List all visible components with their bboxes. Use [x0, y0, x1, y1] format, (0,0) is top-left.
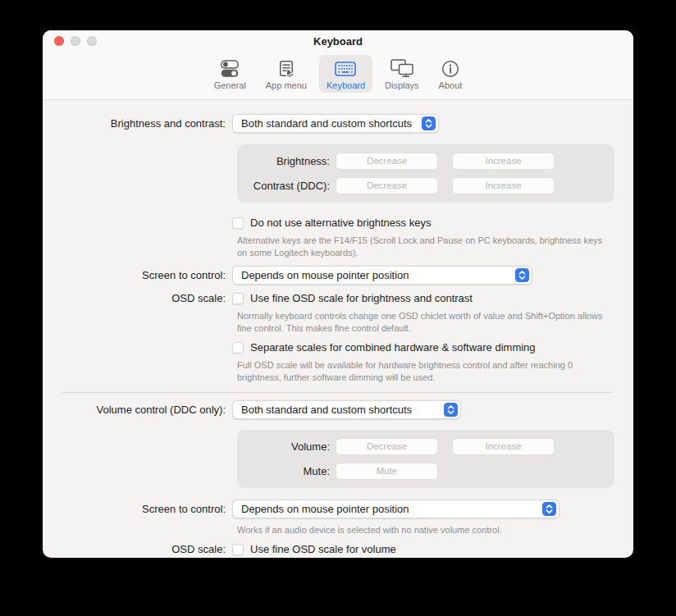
volume-screen-help: Works if an audio device is selected wit… [237, 524, 610, 536]
volume-osd-scale-row: OSD scale: Use fine OSD scale for volume [43, 543, 633, 555]
popup-selected-value: Both standard and custom shortcuts [241, 117, 417, 130]
mute-row-label: Mute: [237, 465, 336, 477]
keyboard-icon [335, 58, 356, 79]
popup-selected-value: Depends on mouse pointer position [241, 269, 414, 281]
popup-selected-value: Depends on mouse pointer position [241, 503, 414, 515]
brightness-shortcuts-row: Brightness and contrast: Both standard a… [43, 114, 633, 133]
separate-scales-checkbox[interactable] [232, 342, 244, 354]
toolbar-tab-label: Displays [385, 80, 419, 90]
close-button[interactable] [54, 36, 64, 46]
volume-row-label: Volume: [237, 440, 336, 453]
volume-increase-button[interactable]: Increase [452, 438, 555, 455]
brightness-screen-row: Screen to control: Depends on mouse poin… [43, 266, 633, 285]
brightness-increase-button[interactable]: Increase [452, 153, 555, 170]
alt-brightness-keys-checkbox[interactable] [232, 217, 244, 229]
brightness-screen-popup[interactable]: Depends on mouse pointer position [232, 266, 532, 285]
popup-stepper-icon [542, 502, 556, 516]
osd-scale-label: OSD scale: [43, 543, 232, 555]
traffic-lights [54, 36, 97, 46]
toolbar-tab-label: General [214, 80, 246, 90]
fine-osd-brightness-checkbox[interactable] [232, 293, 244, 304]
alt-brightness-keys-label: Do not use alternative brightness keys [250, 217, 431, 229]
brightness-shortcut-buttons-panel: Brightness: Decrease Increase Contrast (… [237, 144, 614, 203]
volume-screen-popup[interactable]: Depends on mouse pointer position [232, 500, 560, 518]
menu-document-cursor-icon [276, 58, 296, 79]
toolbar-tab-label: App menu [266, 80, 307, 90]
contrast-buttons-row: Contrast (DDC): Decrease Increase [237, 177, 614, 194]
popup-stepper-icon [444, 403, 458, 417]
volume-shortcuts-label: Volume control (DDC only): [43, 404, 232, 416]
brightness-shortcuts-label: Brightness and contrast: [43, 117, 232, 130]
fine-osd-brightness-label: Use fine OSD scale for brightness and co… [250, 292, 473, 304]
toolbar-tab-keyboard[interactable]: Keyboard [319, 55, 372, 93]
brightness-shortcuts-popup[interactable]: Both standard and custom shortcuts [232, 114, 439, 133]
contrast-row-label: Contrast (DDC): [237, 180, 336, 192]
zoom-button [87, 36, 97, 46]
volume-shortcut-buttons-panel: Volume: Decrease Increase Mute: Mute [237, 430, 614, 488]
toolbar-tab-app-menu[interactable]: App menu [258, 55, 314, 93]
toolbar-tab-label: Keyboard [327, 80, 365, 90]
brightness-osd-scale-row: OSD scale: Use fine OSD scale for bright… [43, 292, 633, 304]
fine-osd-volume-label: Use fine OSD scale for volume [250, 543, 396, 555]
osd-scale-label: OSD scale: [43, 292, 232, 304]
popup-stepper-icon [515, 268, 529, 282]
toolbar: General App menu [43, 52, 633, 99]
separate-scales-row: Separate scales for combined hardware & … [43, 341, 633, 354]
contrast-decrease-button[interactable]: Decrease [336, 177, 438, 194]
alt-brightness-keys-help: Alternative keys are the F14/F15 (Scroll… [237, 235, 610, 259]
minimize-button [71, 36, 80, 46]
toolbar-tab-general[interactable]: General [207, 55, 254, 93]
section-divider [62, 392, 614, 393]
window-header: Keyboard General [43, 30, 633, 100]
volume-buttons-row: Volume: Decrease Increase [237, 438, 614, 455]
alt-brightness-keys-row: Do not use alternative brightness keys [43, 217, 633, 229]
titlebar[interactable]: Keyboard [43, 30, 633, 52]
brightness-row-label: Brightness: [237, 155, 336, 167]
toolbar-tab-displays[interactable]: Displays [377, 55, 427, 93]
displays-icon [391, 58, 413, 79]
popup-selected-value: Both standard and custom shortcuts [241, 404, 417, 416]
brightness-decrease-button[interactable]: Decrease [336, 153, 438, 170]
separate-scales-label: Separate scales for combined hardware & … [250, 341, 536, 354]
mute-button-row: Mute: Mute [237, 463, 614, 480]
window-title: Keyboard [43, 30, 633, 53]
volume-decrease-button[interactable]: Decrease [336, 438, 438, 455]
toolbar-tab-about[interactable]: About [432, 55, 470, 93]
preferences-window: Keyboard General [43, 30, 633, 558]
fine-osd-volume-checkbox[interactable] [232, 544, 244, 555]
separate-scales-help: Full OSD scale will be available for har… [237, 359, 610, 384]
volume-shortcuts-popup[interactable]: Both standard and custom shortcuts [232, 400, 461, 419]
popup-stepper-icon [422, 116, 436, 130]
volume-screen-row: Screen to control: Depends on mouse poin… [43, 500, 633, 518]
toggles-icon [219, 58, 240, 79]
contrast-increase-button[interactable]: Increase [452, 177, 555, 194]
info-icon [441, 58, 460, 79]
keyboard-settings-pane: Brightness and contrast: Both standard a… [43, 100, 633, 555]
toolbar-tab-label: About [439, 80, 463, 90]
mute-button[interactable]: Mute [336, 463, 438, 480]
volume-screen-label: Screen to control: [43, 503, 232, 515]
fine-osd-brightness-help: Normally keyboard controls change one OS… [237, 310, 610, 335]
brightness-buttons-row: Brightness: Decrease Increase [237, 153, 614, 170]
brightness-screen-label: Screen to control: [43, 269, 232, 281]
volume-shortcuts-row: Volume control (DDC only): Both standard… [43, 400, 633, 419]
